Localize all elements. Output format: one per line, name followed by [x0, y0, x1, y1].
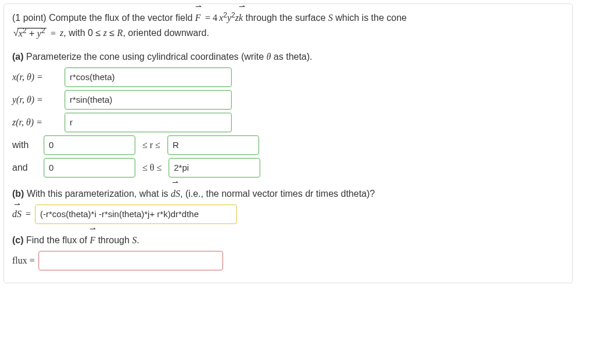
points-text: (1 point) Compute the flux of the vector…	[12, 13, 195, 23]
dS-label: ⇀dS	[12, 209, 21, 219]
part-b-end: , (i.e., the normal vector times dr time…	[180, 189, 375, 199]
part-c-label: (c)	[12, 235, 24, 245]
and-label: and	[12, 163, 40, 173]
theta-bounds-row: and 0 ≤ θ ≤ 2*pi	[12, 158, 564, 178]
theta-lower-input[interactable]: 0	[44, 158, 135, 178]
vector-k: ⇀k	[239, 11, 243, 25]
F-symbol-c: ⇀F	[89, 233, 95, 247]
surface-S: S	[328, 13, 333, 23]
part-a-end: as theta).	[271, 52, 312, 62]
x-row: x(r, θ) = r*cos(theta)	[12, 67, 564, 87]
through-text: through the surface	[245, 13, 328, 23]
r-lower-input[interactable]: 0	[44, 135, 135, 155]
y-row: y(r, θ) = r*sin(theta)	[12, 90, 564, 110]
theta-upper-input[interactable]: 2*pi	[169, 158, 260, 178]
part-c-text: Find the flux of	[24, 235, 90, 245]
flux-label: flux =	[12, 255, 35, 266]
part-b-heading: (b) With this parameterization, what is …	[12, 187, 564, 201]
y-input[interactable]: r*sin(theta)	[64, 90, 232, 110]
r-upper-input[interactable]: R	[167, 135, 259, 155]
part-b-label: (b)	[12, 189, 24, 199]
part-a-heading: (a) Parameterize the cone using cylindri…	[12, 50, 564, 64]
r-mid: ≤ r ≤	[142, 140, 160, 150]
which-text: which is the cone	[335, 13, 407, 23]
dS-symbol: ⇀ddSS	[171, 187, 180, 201]
x-label: x(r, θ) =	[12, 72, 61, 82]
equals-z: =	[51, 28, 58, 38]
z-row: z(r, θ) = r	[12, 113, 564, 132]
with-label: with	[12, 140, 40, 150]
period: .	[137, 235, 139, 245]
dS-row: ⇀dS = (-r*cos(theta)*i -r*sin(theta)*j+ …	[12, 204, 564, 224]
part-a-label: (a)	[12, 52, 24, 62]
with-text: , with 0 ≤	[63, 28, 103, 38]
flux-input[interactable]	[38, 251, 223, 271]
equals: = 4	[205, 13, 217, 23]
r-bounds-row: with 0 ≤ r ≤ R	[12, 135, 564, 155]
R: R	[117, 28, 123, 38]
flux-row: flux =	[12, 251, 564, 271]
sqrt-expr: √x2 + y2	[12, 25, 46, 40]
z-label: z(r, θ) =	[12, 117, 61, 128]
dS-equals: =	[26, 209, 31, 219]
part-c-end: through	[95, 235, 132, 245]
vector-F: ⇀F	[195, 11, 201, 25]
part-c-heading: (c) Find the flux of ⇀F through S.	[12, 233, 564, 247]
theta-mid: ≤ θ ≤	[142, 163, 162, 173]
oriented-text: , oriented downward.	[123, 28, 209, 38]
leq: ≤	[107, 28, 117, 38]
problem-container: (1 point) Compute the flux of the vector…	[3, 3, 573, 283]
part-a-text: Parameterize the cone using cylindrical …	[24, 52, 267, 62]
y-label: y(r, θ) =	[12, 95, 61, 105]
z-input[interactable]: r	[64, 113, 232, 132]
term-y2: y	[227, 13, 231, 23]
part-b-text: With this parameterization, what is	[24, 189, 171, 199]
problem-statement: (1 point) Compute the flux of the vector…	[12, 10, 564, 41]
x-input[interactable]: r*cos(theta)	[64, 67, 232, 87]
dS-input[interactable]: (-r*cos(theta)*i -r*sin(theta)*j+ r*k)dr…	[35, 204, 237, 224]
